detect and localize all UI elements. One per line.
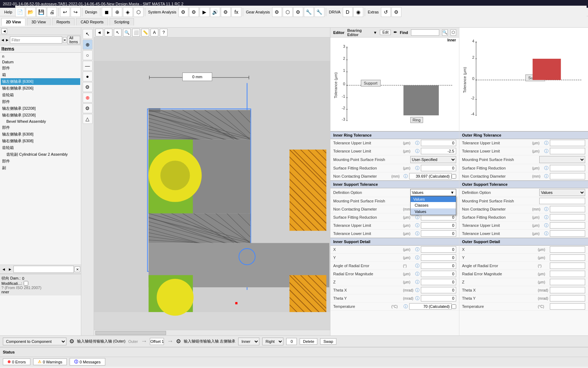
inner-detail-temp-input[interactable] xyxy=(409,303,452,310)
outer-def-option-select[interactable]: Values Classes xyxy=(539,189,585,196)
inner-outer-select[interactable]: Inner Outer xyxy=(238,338,259,345)
tree-item-cylindrical[interactable]: 齿轮副 Cylindrical Gear 2 Assembly xyxy=(1,151,80,158)
all-items-btn[interactable]: All Items xyxy=(67,36,80,44)
extras-btn[interactable]: ↺ xyxy=(381,7,391,17)
outer-tol-upper-input[interactable] xyxy=(550,140,585,146)
def-option-classes[interactable]: Classes xyxy=(411,202,456,208)
tree-item-n[interactable]: n xyxy=(1,53,80,59)
bottom-filter-input[interactable] xyxy=(13,266,74,273)
outer-noncontact-info[interactable]: ⓘ xyxy=(544,173,548,179)
sys-btn3[interactable]: ▶ xyxy=(200,7,210,17)
inner-mounting-select[interactable]: User-Specified N1 N2 xyxy=(410,156,456,163)
canvas-fit[interactable]: ⬜ xyxy=(132,29,140,36)
outer-detail-x-input[interactable] xyxy=(550,246,585,253)
tree-item-bearing2[interactable]: 轴右侧轴承 [6206] xyxy=(1,85,80,92)
tool-circle2[interactable]: ● xyxy=(83,71,93,81)
inner-support-detail-header[interactable]: Inner Support Detail xyxy=(330,238,459,246)
inner-ring-tolerance-header[interactable]: Inner Ring Tolerance xyxy=(330,131,459,139)
outer-detail-z-input[interactable] xyxy=(550,279,585,285)
tree-item-bujian4[interactable]: 部件 xyxy=(1,158,80,165)
inner-noncontact-checkbox[interactable] xyxy=(452,174,456,179)
inner-detail-temp-checkbox[interactable] xyxy=(452,304,456,309)
canvas-nav-fwd[interactable]: ▶ xyxy=(105,29,112,36)
canvas-zoom[interactable]: 🔍 xyxy=(123,29,131,36)
tree-item-bearing1[interactable]: 轴左侧轴承 [6306] xyxy=(1,78,80,85)
tool-circle[interactable]: ○ xyxy=(83,50,93,60)
tool-red[interactable]: ⊕ xyxy=(83,93,93,103)
delete-btn[interactable]: Delete xyxy=(300,338,317,345)
design-btn4[interactable]: ⬡ xyxy=(134,7,143,17)
sys-btn2[interactable]: ⚙ xyxy=(189,7,199,17)
new-btn[interactable]: 📄 xyxy=(15,7,25,17)
tree-item-bearing5[interactable]: 轴左侧轴承 [6308] xyxy=(1,131,80,138)
canvas-cursor[interactable]: ↖ xyxy=(114,29,122,36)
outer-detail-angle-input[interactable] xyxy=(550,263,585,269)
tab-scripting[interactable]: Scripting xyxy=(110,18,134,25)
tab-3dview[interactable]: 3D View xyxy=(27,18,51,25)
tab-cad[interactable]: CAD Reports xyxy=(76,18,108,25)
inner-detail-x-info[interactable]: ⓘ xyxy=(415,247,419,253)
outer-support-surface-info[interactable]: ⓘ xyxy=(544,214,548,220)
outer-support-tol-lower-input[interactable] xyxy=(550,230,585,237)
filter-clear-btn[interactable]: ✕ xyxy=(63,37,67,43)
outer-support-tol-upper-input[interactable] xyxy=(550,222,585,229)
errors-btn[interactable]: ⊗ 0 Errors xyxy=(3,358,30,365)
inner-detail-thetay-info[interactable]: ⓘ xyxy=(415,295,419,301)
inner-support-tolerance-header[interactable]: Inner Support Tolerance xyxy=(330,180,459,188)
outer-support-tol-upper-info[interactable]: ⓘ xyxy=(544,223,548,229)
bottom-filter-back[interactable]: ◀ xyxy=(1,266,6,272)
inner-detail-x-input[interactable] xyxy=(421,246,456,253)
scroll-thumb[interactable] xyxy=(95,331,166,335)
outer-tol-lower-input[interactable] xyxy=(550,148,585,154)
inner-detail-z-input[interactable] xyxy=(421,279,456,285)
outer-detail-temp-input[interactable] xyxy=(550,303,585,310)
tree-item-chilunxiang2[interactable]: 齿轮箱 xyxy=(1,144,80,151)
inner-noncontact-input[interactable] xyxy=(409,173,452,179)
tree-item-bujian1[interactable]: 部件 xyxy=(1,65,80,71)
inner-tol-lower-input[interactable] xyxy=(421,148,456,154)
tool-select[interactable]: ↖ xyxy=(83,29,93,39)
tree-item-bevel[interactable]: Bevel Wheel Assembly xyxy=(1,119,80,124)
menu-help[interactable]: Help xyxy=(1,9,15,15)
inner-detail-temp-info[interactable]: ⓘ xyxy=(404,304,408,310)
inner-support-tol-upper-input[interactable] xyxy=(421,222,456,229)
swap-btn[interactable]: Swap xyxy=(320,338,336,345)
tree-item-bujian2[interactable]: 部件 xyxy=(1,98,80,105)
find-input[interactable] xyxy=(411,29,439,36)
inner-support-surface-info[interactable]: ⓘ xyxy=(415,214,419,220)
filter-fwd-btn[interactable]: ▶ xyxy=(5,37,9,43)
tool-shaft[interactable]: — xyxy=(83,61,93,71)
messages-btn[interactable]: ⓘ 0 Messages xyxy=(70,358,105,366)
outer-noncontact-input[interactable] xyxy=(550,173,585,179)
filter-back-btn[interactable]: ◀ xyxy=(1,37,5,43)
outer-tol-lower-info[interactable]: ⓘ xyxy=(544,148,548,154)
def-option-dropdown[interactable]: Values ▼ xyxy=(410,189,456,196)
tree-item-datum[interactable]: Datum xyxy=(1,59,80,65)
inner-detail-angle-input[interactable] xyxy=(421,263,456,269)
filter-input[interactable] xyxy=(10,36,62,44)
inner-detail-z-info[interactable]: ⓘ xyxy=(415,279,419,285)
tool-connections[interactable]: ⚙ xyxy=(83,103,93,113)
undo-btn[interactable]: ↩ xyxy=(60,7,70,17)
inner-detail-radial-input[interactable] xyxy=(421,271,456,277)
tree-item-chilunxiang[interactable]: 齿轮箱 xyxy=(1,92,80,98)
inner-tol-upper-info[interactable]: ⓘ xyxy=(415,140,419,146)
canvas-measure[interactable]: 📏 xyxy=(141,29,149,36)
outer-support-surface-input[interactable] xyxy=(550,214,585,220)
offset-input[interactable] xyxy=(150,338,164,345)
inner-support-tol-upper-info[interactable]: ⓘ xyxy=(415,223,419,229)
outer-support-tolerance-header[interactable]: Outer Support Tolerance xyxy=(459,180,588,188)
design-btn1[interactable]: ◼ xyxy=(102,7,112,17)
sys-btn4[interactable]: 🔊 xyxy=(210,7,220,17)
inner-surface-input[interactable] xyxy=(421,165,456,171)
outer-support-detail-header[interactable]: Outer Support Detail xyxy=(459,238,588,246)
outer-mounting-select[interactable]: User-Specified xyxy=(539,156,585,163)
outer-surface-input[interactable] xyxy=(550,165,585,171)
tree-item-bearing3[interactable]: 轴左侧轴承 [32208] xyxy=(1,105,80,112)
tree-item-bujian3[interactable]: 部件 xyxy=(1,124,80,131)
bottom-filter-fwd[interactable]: ▶ xyxy=(7,266,13,272)
sys-btn5[interactable]: ⚙ xyxy=(221,7,231,17)
inner-tol-lower-info[interactable]: ⓘ xyxy=(415,148,419,154)
tree-item-bearing6[interactable]: 轴右侧轴承 [6308] xyxy=(1,138,80,144)
inner-detail-y-input[interactable] xyxy=(421,254,456,261)
